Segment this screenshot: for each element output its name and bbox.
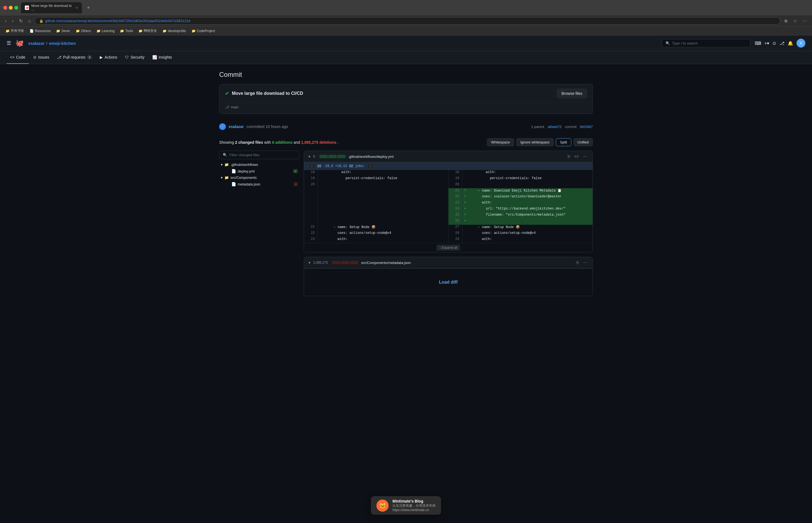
split-button[interactable]: Split [556,138,571,146]
diff-expand-button-1[interactable]: ▾ [309,154,310,159]
github-logo[interactable]: 🐙 [16,39,24,47]
bookmark-codeproject[interactable]: 📁 CodeProject [189,28,217,34]
tree-folder-workflows[interactable]: ▾ 📁 .github/workflows [219,161,299,168]
diff-file-changes-2: 1,085,275 [313,261,328,265]
search-box[interactable]: 🔍 Type / to search [662,39,750,47]
menu-button[interactable]: ⋯ [801,17,809,24]
branch-name: main [231,105,239,109]
bookmark-sever[interactable]: 📁 Sever [54,28,72,34]
copy-path-button[interactable]: ⎘ [567,154,571,159]
tab-close-icon[interactable]: × [76,5,78,10]
browser-tab[interactable]: 🐙 Move large file download to ... × [21,2,82,13]
bookmarks-all-label: 所有书签 [11,29,24,33]
close-dot[interactable] [3,6,7,10]
maximize-dot[interactable] [14,6,18,10]
extensions-button[interactable]: ⊕ [782,17,789,24]
username-link[interactable]: xsalazar [28,41,44,46]
diff-expand-button-2[interactable]: ▾ [309,260,310,265]
forward-button[interactable]: › [10,17,15,24]
line-sign-right-19 [462,176,468,182]
nav-issues[interactable]: ⊙ Issues [30,51,53,64]
new-tab-button[interactable]: + [85,4,92,12]
changes-color-bar-1 [319,155,346,158]
tree-file-metadata[interactable]: 📄 metadata.json - [224,181,299,187]
bookmark-devutils[interactable]: 📁 developUtils [160,28,188,34]
nav-insights[interactable]: 📈 Insights [149,51,175,64]
committed-text: committed 10 hours ago [246,124,288,129]
line-code-right-22: uses: xsalazar/actions/downloader@master [468,194,593,200]
bookmark-resources[interactable]: 📄 Resources [27,28,53,34]
tree-folder-components[interactable]: ▾ 📁 src/Components [219,175,299,181]
copy-path-button-2[interactable]: ⎘ [575,260,580,265]
load-diff-button[interactable]: Load diff [439,280,458,285]
hamburger-menu[interactable]: ☰ [7,40,11,46]
view-file-button[interactable]: <> [573,154,580,159]
author-name[interactable]: xsalazar [228,124,244,129]
bookmark-button[interactable]: ☆ [792,17,799,24]
line-sign-left-22-empty [318,194,324,200]
back-button[interactable]: ‹ [3,17,8,24]
folder-components-files: 📄 metadata.json - [219,181,299,187]
file-options-button[interactable]: ⋯ [582,154,588,159]
minimize-dot[interactable] [9,6,13,10]
period: . [337,140,338,145]
file-filter[interactable]: 🔍 Filter changed files [219,151,299,159]
line-num-right-28: 28 [448,231,462,237]
bookmarks-all-icon: 📁 [5,29,10,33]
commit-hash-link[interactable]: 9d1f487 [580,125,593,129]
ignore-whitespace-button[interactable]: Ignore whitespace [516,138,554,146]
bookmark-security[interactable]: 📁 网络安全 [136,28,159,34]
bookmark-tools[interactable]: 📁 Tools [118,28,135,34]
expand-down-button[interactable]: ↓ [367,163,374,169]
check-icon: ✔ [225,90,229,96]
pr-icon[interactable]: ⎇ [779,41,785,46]
avatar[interactable]: X [796,39,805,48]
address-bar[interactable]: 🔒 github.com/xsalazar/emoji-kitchen/comm… [35,17,780,24]
notifications-icon[interactable]: 🔔 [788,41,793,46]
bookmark-security-label: 网络安全 [144,29,157,33]
blog-desc: 让生活更有趣，分享技术本体 [392,503,436,508]
nav-pulls[interactable]: ⎇ Pull requests 2 [54,51,95,64]
bookmark-all[interactable]: 📁 所有书签 [3,28,26,34]
nav-security[interactable]: 🛡 Security [122,51,148,64]
nav-code[interactable]: <> Code [7,51,29,64]
commit-title-row: ✔ Move large file download to CI/CD [225,90,303,96]
line-sign-right-23: + [462,200,468,206]
bookmarks-bar: 📁 所有书签 📄 Resources 📁 Sever 📁 Others 📁 Le… [0,26,812,35]
browse-files-button[interactable]: Browse files [557,89,587,98]
repo-link[interactable]: emoji-kitchen [49,41,76,46]
home-button[interactable]: ⌂ [26,17,33,24]
file-tree-content: ▾ 📁 .github/workflows 📄 deploy.yml + [219,161,299,187]
expand-up-button[interactable]: ↑ [309,163,315,169]
expand-more-button[interactable]: ↕ Expand all [437,245,460,250]
terminal-icon[interactable]: ⌨ [755,41,761,46]
line-num-left-23: 23 [304,237,318,243]
line-code-right-26 [468,219,593,225]
whitespace-button[interactable]: Whitespace [487,138,514,146]
line-num-left-26-empty [304,219,318,225]
diff-split-row-26: 26 + [304,219,593,225]
tree-file-deploy[interactable]: 📄 deploy.yml + [224,168,299,175]
line-num-right-20: 20 [448,182,462,188]
issues-icon[interactable]: ⊙ [773,41,776,46]
refresh-button[interactable]: ↻ [17,17,24,24]
bookmark-others[interactable]: 📁 Others [74,28,93,34]
line-num-left-19: 19 [304,176,318,182]
blog-url: https://www.mintimate.cn [392,508,436,512]
blog-overlay[interactable]: 🐱 Mintimate's Blog 让生活更有趣，分享技术本体 https:/… [371,496,441,515]
nav-security-label: Security [130,55,145,59]
file-filter-placeholder: Filter changed files [229,153,259,157]
browser-dots [3,6,18,10]
unified-button[interactable]: Unified [573,138,593,146]
file-options-button-2[interactable]: ⋯ [582,260,588,265]
split-right-27: 27 - name: Setup Node 📦 [448,225,593,231]
bookmark-learning[interactable]: 📁 Learning [94,28,117,34]
line-sign-left-21 [318,225,324,231]
parent-hash-link[interactable]: a8aeb72 [548,125,561,129]
line-code-left-22: uses: actions/setup-node@v4 [324,231,448,237]
plus-icon[interactable]: +▾ [764,41,769,46]
browser-chrome: 🐙 Move large file download to ... × + ‹ … [0,0,812,35]
nav-actions[interactable]: ▶ Actions [96,51,121,64]
line-num-right-29: 29 [448,237,462,243]
split-left-20: 20 [304,182,448,188]
